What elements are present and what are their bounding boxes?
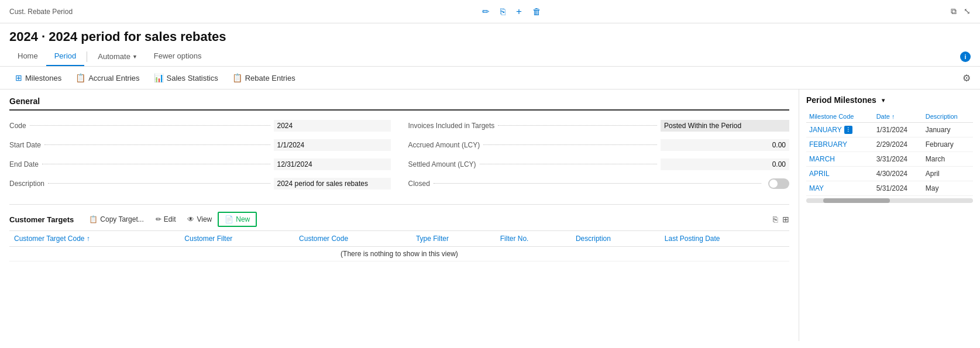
info-button[interactable]: i bbox=[960, 51, 971, 62]
code-value[interactable]: 2024 bbox=[274, 120, 391, 132]
target-actions-right: ⎘ ⊞ bbox=[773, 215, 789, 224]
toggle-knob bbox=[769, 180, 778, 188]
milestone-date-cell: 3/31/2024 bbox=[874, 152, 923, 167]
target-grid-icon[interactable]: ⊞ bbox=[782, 215, 789, 224]
field-settled-amount: Settled Amount (LCY) 0.00 bbox=[408, 156, 790, 172]
general-form: Code 2024 Start Date 1/1/2024 End Date 1… bbox=[9, 118, 789, 194]
empty-message: (There is nothing to show in this view) bbox=[9, 247, 789, 261]
col-milestone-code[interactable]: Milestone Code bbox=[806, 111, 874, 123]
period-milestones-title[interactable]: Period Milestones ▾ bbox=[806, 95, 973, 105]
nav-tabs: Home Period Automate ▼ Fewer options i bbox=[0, 47, 980, 67]
description-label: Description bbox=[9, 180, 44, 188]
breadcrumb: Cust. Rebate Period bbox=[9, 8, 73, 16]
milestones-icon: ⊞ bbox=[15, 73, 22, 82]
edit-target-button[interactable]: ✏ Edit bbox=[150, 213, 182, 226]
customer-targets-table: Customer Target Code ↑ Customer Filter C… bbox=[9, 231, 789, 261]
milestone-code-link[interactable]: MAY bbox=[809, 184, 824, 192]
col-last-posting-date[interactable]: Last Posting Date bbox=[660, 231, 789, 247]
settings-icon[interactable]: ⚙ bbox=[962, 73, 971, 83]
col-filter-no[interactable]: Filter No. bbox=[496, 231, 571, 247]
invoices-dots bbox=[498, 125, 657, 126]
field-closed: Closed bbox=[408, 175, 790, 191]
invoices-included-value[interactable]: Posted Within the Period bbox=[661, 120, 789, 132]
milestone-description-cell: April bbox=[923, 167, 973, 181]
milestone-code-link[interactable]: APRIL bbox=[809, 170, 830, 178]
new-target-button[interactable]: 📄 New bbox=[218, 212, 257, 227]
field-accrued-amount: Accrued Amount (LCY) 0.00 bbox=[408, 137, 790, 153]
view-target-button[interactable]: 👁 View bbox=[181, 213, 218, 226]
page-title: 2024 · 2024 period for sales rebates bbox=[9, 29, 971, 44]
copy-target-button[interactable]: 📋 Copy Target... bbox=[83, 213, 149, 226]
sales-statistics-icon: 📊 bbox=[154, 73, 164, 82]
delete-icon[interactable]: 🗑 bbox=[532, 6, 541, 16]
milestone-row: MAY5/31/2024May bbox=[806, 181, 973, 196]
col-milestone-description[interactable]: Description bbox=[923, 111, 973, 123]
milestone-code-cell: FEBRUARY bbox=[806, 137, 874, 152]
settled-amount-value[interactable]: 0.00 bbox=[661, 159, 789, 170]
milestone-code-cell: MAY bbox=[806, 181, 874, 196]
general-left-col: Code 2024 Start Date 1/1/2024 End Date 1… bbox=[9, 118, 391, 194]
popout-icon[interactable]: ⧉ bbox=[951, 6, 957, 16]
milestone-date-cell: 2/29/2024 bbox=[874, 137, 923, 152]
edit-icon[interactable]: ✏ bbox=[482, 6, 490, 17]
milestone-dots-button[interactable]: ⋮ bbox=[844, 126, 852, 134]
milestone-code-cell: APRIL bbox=[806, 167, 874, 181]
milestone-date-cell: 4/30/2024 bbox=[874, 167, 923, 181]
milestone-date-cell: 5/31/2024 bbox=[874, 181, 923, 196]
edit-target-icon: ✏ bbox=[156, 215, 161, 223]
description-value[interactable]: 2024 period for sales rebates bbox=[274, 178, 391, 189]
rebate-entries-icon: 📋 bbox=[232, 73, 242, 82]
table-empty-row: (There is nothing to show in this view) bbox=[9, 247, 789, 261]
customer-targets-title: Customer Targets bbox=[9, 215, 74, 224]
col-customer-code[interactable]: Customer Code bbox=[294, 231, 411, 247]
top-bar-icons: ✏ ⎘ + 🗑 bbox=[482, 6, 541, 18]
accrued-amount-value[interactable]: 0.00 bbox=[661, 139, 789, 151]
milestone-code-cell: MARCH bbox=[806, 152, 874, 167]
rebate-entries-button[interactable]: 📋 Rebate Entries bbox=[226, 70, 301, 85]
milestones-button[interactable]: ⊞ Milestones bbox=[9, 70, 67, 85]
col-milestone-date[interactable]: Date ↑ bbox=[874, 111, 923, 123]
panel-scrollbar[interactable] bbox=[806, 198, 973, 203]
field-description: Description 2024 period for sales rebate… bbox=[9, 175, 391, 191]
tab-fewer-options[interactable]: Fewer options bbox=[146, 47, 210, 66]
start-date-label: Start Date bbox=[9, 141, 41, 149]
milestone-description-cell: March bbox=[923, 152, 973, 167]
accrual-entries-button[interactable]: 📋 Accrual Entries bbox=[70, 70, 145, 85]
target-expand-icon[interactable]: ⎘ bbox=[773, 215, 778, 224]
sales-statistics-button[interactable]: 📊 Sales Statistics bbox=[148, 70, 224, 85]
col-customer-target-code[interactable]: Customer Target Code ↑ bbox=[9, 231, 180, 247]
share-icon[interactable]: ⎘ bbox=[500, 6, 506, 16]
end-date-label: End Date bbox=[9, 160, 39, 168]
view-target-icon: 👁 bbox=[187, 215, 194, 223]
tab-period[interactable]: Period bbox=[46, 47, 85, 66]
closed-toggle[interactable] bbox=[768, 178, 789, 189]
start-date-value[interactable]: 1/1/2024 bbox=[274, 139, 391, 151]
milestone-description-cell: February bbox=[923, 137, 973, 152]
start-date-dots bbox=[44, 144, 270, 145]
col-customer-filter[interactable]: Customer Filter bbox=[180, 231, 294, 247]
general-right-col: Invoices Included in Targets Posted With… bbox=[408, 118, 790, 194]
page-title-area: 2024 · 2024 period for sales rebates bbox=[0, 23, 980, 47]
panel-chevron-icon: ▾ bbox=[882, 97, 885, 104]
tab-home[interactable]: Home bbox=[9, 47, 46, 66]
tab-automate[interactable]: Automate ▼ bbox=[90, 47, 146, 66]
end-date-value[interactable]: 12/31/2024 bbox=[274, 159, 391, 170]
milestone-code-link[interactable]: FEBRUARY bbox=[809, 140, 847, 149]
milestone-code-link[interactable]: JANUARY bbox=[809, 126, 842, 134]
col-type-filter[interactable]: Type Filter bbox=[411, 231, 496, 247]
col-description[interactable]: Description bbox=[571, 231, 660, 247]
milestones-table: Milestone Code Date ↑ Description JANUAR… bbox=[806, 111, 973, 196]
copy-target-icon: 📋 bbox=[89, 215, 98, 223]
milestone-row: JANUARY⋮1/31/2024January bbox=[806, 123, 973, 137]
milestone-code-link[interactable]: MARCH bbox=[809, 155, 835, 163]
milestone-row: FEBRUARY2/29/2024February bbox=[806, 137, 973, 152]
accrued-dots bbox=[483, 144, 657, 145]
add-icon[interactable]: + bbox=[516, 6, 522, 18]
invoices-included-label: Invoices Included in Targets bbox=[408, 122, 495, 130]
closed-label: Closed bbox=[408, 180, 430, 188]
top-bar: Cust. Rebate Period ✏ ⎘ + 🗑 ⧉ ⤡ bbox=[0, 0, 980, 23]
collapse-icon[interactable]: ⤡ bbox=[964, 6, 971, 16]
milestone-row: APRIL4/30/2024April bbox=[806, 167, 973, 181]
new-target-icon: 📄 bbox=[225, 215, 233, 223]
field-start-date: Start Date 1/1/2024 bbox=[9, 137, 391, 153]
